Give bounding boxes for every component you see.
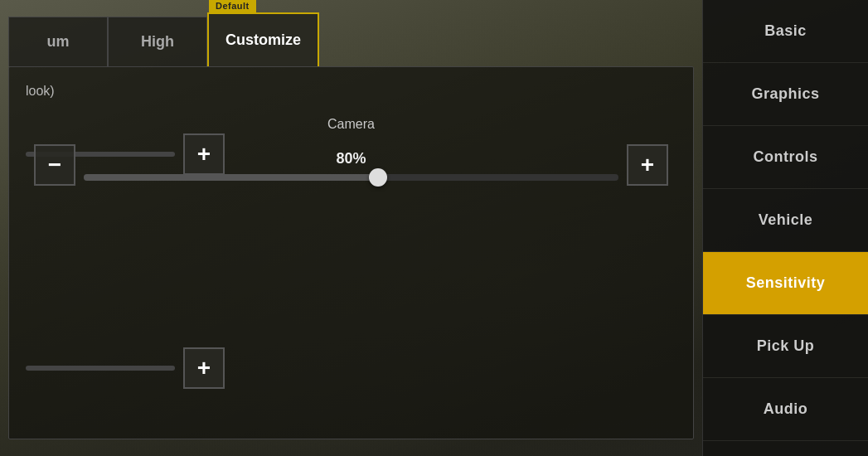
main-content: um High Default Customize look) + Camera… bbox=[0, 0, 702, 456]
sidebar-item-basic[interactable]: Basic bbox=[703, 0, 868, 63]
sidebar: Basic Graphics Controls Vehicle Sensitiv… bbox=[702, 0, 868, 456]
sidebar-vehicle-label: Vehicle bbox=[759, 211, 813, 229]
camera-section: Camera − 80% + bbox=[34, 117, 668, 186]
tab-high[interactable]: High bbox=[108, 17, 207, 66]
sidebar-graphics-label: Graphics bbox=[751, 85, 819, 103]
camera-slider-thumb[interactable] bbox=[369, 168, 387, 187]
tab-customize[interactable]: Default Customize bbox=[207, 12, 319, 66]
sidebar-item-sensitivity[interactable]: Sensitivity bbox=[703, 252, 868, 315]
sidebar-audio-label: Audio bbox=[764, 400, 808, 418]
sidebar-sensitivity-label: Sensitivity bbox=[746, 274, 826, 292]
camera-slider-container: 80% bbox=[84, 150, 618, 181]
camera-label: Camera bbox=[34, 117, 668, 132]
left-track-bottom bbox=[26, 366, 175, 371]
camera-minus-button[interactable]: − bbox=[34, 144, 75, 186]
content-panel: look) + Camera − 80% + bbox=[8, 66, 694, 439]
tab-medium[interactable]: um bbox=[8, 17, 108, 66]
sidebar-controls-label: Controls bbox=[754, 148, 818, 166]
camera-slider-percent: 80% bbox=[84, 150, 618, 167]
sidebar-basic-label: Basic bbox=[764, 22, 807, 40]
camera-slider-row: − 80% + bbox=[34, 144, 668, 186]
tab-bar: um High Default Customize bbox=[0, 0, 702, 66]
tab-customize-label: Customize bbox=[225, 32, 301, 49]
sidebar-item-vehicle[interactable]: Vehicle bbox=[703, 189, 868, 252]
sidebar-item-controls[interactable]: Controls bbox=[703, 126, 868, 189]
tab-high-label: High bbox=[141, 33, 174, 51]
left-slider-bottom: + bbox=[26, 347, 225, 389]
sidebar-item-pickup[interactable]: Pick Up bbox=[703, 315, 868, 378]
section-label: look) bbox=[26, 84, 676, 99]
left-plus-button-bottom[interactable]: + bbox=[183, 347, 225, 389]
tab-medium-label: um bbox=[47, 33, 70, 51]
tab-default-badge: Default bbox=[209, 0, 256, 12]
sidebar-item-audio[interactable]: Audio bbox=[703, 378, 868, 441]
camera-slider-fill bbox=[84, 174, 378, 181]
camera-plus-button[interactable]: + bbox=[627, 144, 668, 186]
sidebar-pickup-label: Pick Up bbox=[757, 337, 815, 355]
sidebar-item-graphics[interactable]: Graphics bbox=[703, 63, 868, 126]
camera-slider-track[interactable] bbox=[84, 174, 618, 181]
